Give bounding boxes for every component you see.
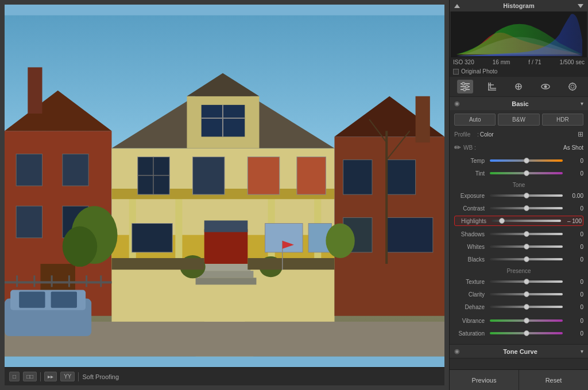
shadows-track[interactable] [490, 233, 563, 235]
basic-mode-row: Auto B&W HDR [454, 114, 583, 126]
svg-rect-27 [247, 157, 279, 195]
tint-label: Tint [454, 170, 488, 177]
svg-rect-54 [19, 291, 45, 307]
profile-label: Profile [454, 131, 477, 138]
highlights-value: – 100 [563, 218, 582, 224]
bw-mode-button[interactable]: B&W [498, 114, 539, 126]
tint-track[interactable] [490, 172, 563, 174]
svg-rect-41 [343, 160, 372, 194]
svg-rect-61 [86, 275, 87, 287]
vibrance-track-bg [490, 319, 563, 322]
svg-rect-33 [204, 220, 248, 232]
adjustments-tool[interactable] [457, 80, 473, 93]
previous-button[interactable]: Previous [450, 370, 519, 390]
view-survey-button[interactable]: YY [60, 372, 75, 381]
saturation-thumb[interactable] [524, 330, 529, 336]
clarity-thumb[interactable] [524, 291, 529, 297]
photo-svg [5, 5, 444, 367]
temp-label: Temp [454, 158, 488, 164]
svg-rect-28 [297, 157, 326, 195]
dehaze-slider-row: Dehaze 0 [454, 302, 583, 312]
whites-track[interactable] [490, 245, 563, 248]
saturation-track-bg [490, 332, 563, 334]
histogram-svg [451, 11, 587, 57]
basic-panel-header[interactable]: ◉ Basic ▾ [450, 97, 588, 110]
hdr-mode-button[interactable]: HDR [542, 114, 583, 126]
dehaze-track[interactable] [490, 306, 563, 308]
tone-section-title: Tone [454, 182, 583, 188]
clarity-value: 0 [565, 291, 583, 298]
auto-mode-button[interactable]: Auto [454, 114, 496, 126]
svg-rect-36 [202, 264, 251, 271]
whites-thumb[interactable] [524, 244, 529, 249]
basic-eye-icon[interactable]: ◉ [454, 100, 460, 107]
highlights-thumb[interactable] [499, 218, 505, 224]
crop-tool[interactable] [484, 80, 500, 93]
view-multi-button[interactable]: □□ [23, 372, 37, 381]
wb-value: As Shot [563, 145, 583, 151]
tint-track-bg [490, 172, 563, 174]
svg-rect-38 [196, 278, 257, 284]
tint-thumb[interactable] [524, 170, 529, 176]
texture-track-bg [490, 280, 563, 283]
basic-panel-title: Basic [512, 100, 528, 107]
highlights-track[interactable] [492, 220, 561, 222]
temp-thumb[interactable] [524, 158, 529, 163]
contrast-thumb[interactable] [524, 205, 529, 211]
exposure-track[interactable] [490, 194, 563, 197]
svg-rect-58 [33, 275, 35, 287]
clarity-track[interactable] [490, 293, 563, 295]
svg-rect-62 [100, 275, 102, 287]
profile-grid-icon[interactable]: ⊞ [578, 130, 583, 138]
contrast-track-bg [490, 207, 563, 209]
clarity-track-bg [490, 293, 563, 295]
histogram-section: Histogram [450, 0, 588, 77]
red-eye-tool[interactable] [537, 80, 554, 93]
svg-rect-44 [386, 217, 433, 252]
svg-rect-42 [386, 160, 415, 194]
contrast-track[interactable] [490, 207, 563, 209]
svg-point-73 [462, 83, 465, 85]
reset-button[interactable]: Reset [519, 370, 588, 390]
exposure-thumb[interactable] [524, 193, 529, 198]
svg-rect-57 [16, 275, 18, 287]
bottom-buttons: Previous Reset [450, 369, 588, 390]
svg-point-84 [571, 85, 574, 88]
shadows-thumb[interactable] [524, 231, 529, 237]
svg-point-48 [63, 227, 97, 267]
view-single-button[interactable]: □ [9, 372, 20, 381]
svg-rect-7 [16, 154, 42, 186]
exposure-track-bg [490, 194, 563, 197]
tone-curve-eye-icon[interactable]: ◉ [454, 348, 460, 355]
blacks-track[interactable] [490, 258, 563, 260]
original-photo-checkbox[interactable] [453, 69, 459, 75]
texture-slider-row: Texture 0 [454, 276, 583, 287]
panels-scroll[interactable]: ◉ Basic ▾ Auto B&W HDR Profile : Color ⊞ [450, 97, 588, 369]
blacks-value: 0 [565, 256, 583, 263]
saturation-value: 0 [565, 330, 583, 337]
temp-value: 0 [565, 158, 583, 164]
presence-section-title: Presence [454, 268, 583, 274]
blacks-track-bg [490, 258, 563, 260]
effects-tool[interactable] [564, 80, 581, 93]
healing-tool[interactable] [510, 80, 527, 93]
svg-point-49 [326, 224, 354, 258]
clarity-slider-row: Clarity 0 [454, 289, 583, 299]
svg-rect-60 [68, 275, 70, 287]
tools-row [450, 77, 588, 97]
svg-rect-66 [111, 258, 204, 270]
blacks-thumb[interactable] [524, 256, 529, 262]
whites-track-bg [490, 245, 563, 248]
temp-track[interactable] [490, 159, 563, 162]
texture-track[interactable] [490, 280, 563, 283]
saturation-track[interactable] [490, 332, 563, 334]
texture-thumb[interactable] [524, 279, 529, 284]
wb-row: ✏ WB : As Shot [454, 143, 583, 152]
wb-eyedropper-icon[interactable]: ✏ [454, 143, 461, 152]
view-compare-button[interactable]: ▸▸ [44, 372, 57, 381]
tone-curve-header[interactable]: ◉ Tone Curve ▾ [450, 345, 588, 358]
dehaze-thumb[interactable] [524, 304, 529, 310]
vibrance-thumb[interactable] [524, 318, 529, 323]
vibrance-track[interactable] [490, 319, 563, 322]
blacks-label: Blacks [454, 256, 488, 263]
